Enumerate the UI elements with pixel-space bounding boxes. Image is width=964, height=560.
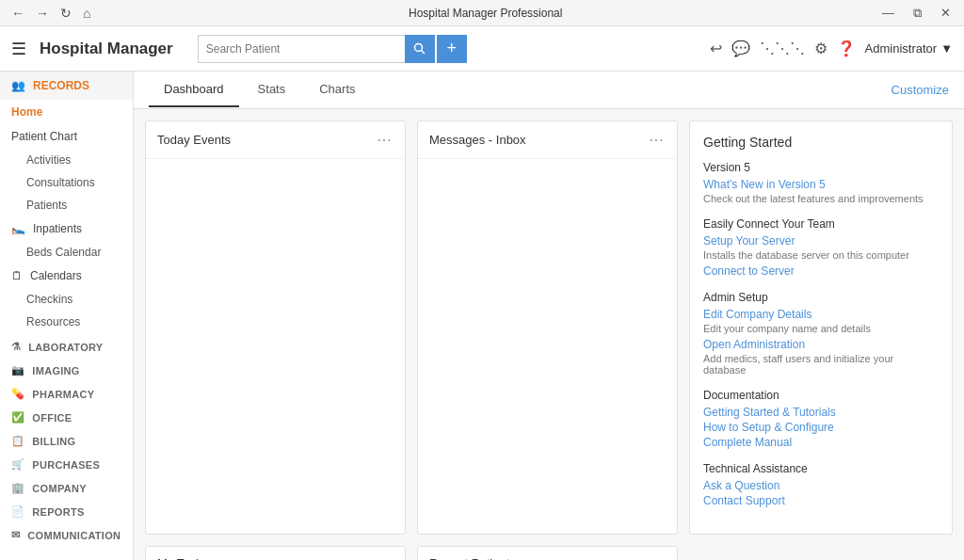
hamburger-menu[interactable]: ☰ (11, 39, 26, 59)
customize-link[interactable]: Customize (892, 83, 949, 97)
gs-open-admin-desc: Add medics, staff users and initialize y… (703, 353, 939, 376)
office-icon: ✅ (11, 411, 24, 424)
gs-connect-server-link[interactable]: Connect to Server (703, 264, 939, 278)
search-button[interactable] (405, 35, 435, 63)
sidebar-section-laboratory[interactable]: ⚗ LABORATORY (0, 333, 133, 357)
calendar-icon: 🗒 (11, 269, 23, 282)
pharmacy-label: PHARMACY (32, 389, 94, 400)
svg-line-1 (421, 50, 425, 54)
sidebar-section-imaging[interactable]: 📷 IMAGING (0, 357, 133, 380)
sidebar-section-billing[interactable]: 📋 BILLING (0, 427, 133, 451)
search-icon (413, 42, 426, 56)
today-events-card: Today Events ⋯ (145, 120, 406, 535)
laboratory-label: LABORATORY (28, 342, 103, 353)
gs-connect-section: Easily Connect Your Team Setup Your Serv… (703, 217, 939, 278)
tab-dashboard[interactable]: Dashboard (149, 72, 239, 107)
sidebar-item-resources[interactable]: Resources (0, 311, 133, 333)
gs-docs-section: Documentation Getting Started & Tutorial… (703, 389, 939, 449)
add-button[interactable]: + (437, 35, 467, 63)
tabs-bar: Dashboard Stats Charts Customize (134, 72, 964, 109)
app-body: 👥 RECORDS Home Patient Chart Activities … (0, 72, 964, 560)
reports-icon: 📄 (11, 505, 24, 518)
back-button[interactable]: ← (8, 4, 28, 23)
gs-contact-support-link[interactable]: Contact Support (703, 494, 939, 507)
sidebar-item-patients[interactable]: Patients (0, 194, 133, 216)
maximize-button[interactable]: ⧉ (908, 4, 927, 23)
sidebar-item-beds-calendar[interactable]: Beds Calendar (0, 241, 133, 264)
user-name: Administrator (865, 41, 938, 56)
home-label: Home (11, 105, 42, 119)
sidebar-item-patient-chart[interactable]: Patient Chart (0, 124, 133, 149)
today-events-menu[interactable]: ⋯ (377, 131, 394, 149)
billing-icon: 📋 (11, 435, 24, 447)
gs-setup-link[interactable]: How to Setup & Configure (703, 421, 939, 434)
billing-label: BILLING (32, 436, 75, 447)
sidebar-item-activities[interactable]: Activities (0, 149, 133, 171)
gs-manual-link[interactable]: Complete Manual (703, 436, 939, 449)
toolbar-right: ↩ 💬 ⋱⋱⋱ ⚙ ❓ Administrator ▼ (710, 40, 953, 57)
communication-icon: ✉ (11, 529, 20, 541)
sidebar-item-checkins[interactable]: Checkins (0, 288, 133, 311)
gs-open-admin-link[interactable]: Open Administration (703, 338, 939, 351)
tab-dashboard-label: Dashboard (164, 82, 224, 96)
today-events-header: Today Events ⋯ (146, 121, 405, 159)
gs-setup-server-link[interactable]: Setup Your Server (703, 234, 939, 248)
bottom-right-spacer (689, 546, 953, 560)
company-icon: 🏢 (11, 482, 24, 494)
refresh-button[interactable]: ↻ (56, 4, 75, 23)
reports-label: REPORTS (32, 506, 84, 518)
inpatients-label: Inpatients (33, 222, 82, 235)
messages-inbox-menu[interactable]: ⋯ (649, 131, 666, 149)
gs-support-section: Technical Assistance Ask a Question Cont… (703, 462, 939, 507)
getting-started-title: Getting Started (703, 135, 939, 150)
gs-connect-title: Easily Connect Your Team (703, 217, 939, 231)
apps-icon[interactable]: ⋱⋱⋱ (760, 40, 805, 57)
gs-setup-server-desc: Installs the database server on this com… (703, 249, 939, 261)
help-icon[interactable]: ❓ (837, 40, 856, 57)
office-label: OFFICE (32, 412, 72, 424)
recent-patients-title: Recent Patients (429, 556, 516, 560)
gs-tutorials-link[interactable]: Getting Started & Tutorials (703, 406, 939, 419)
imaging-label: IMAGING (32, 365, 79, 376)
app-title: Hospital Manager (40, 40, 173, 58)
sidebar-item-inpatients[interactable]: 🛌 Inpatients (0, 216, 133, 241)
tab-charts[interactable]: Charts (304, 72, 370, 107)
sidebar-section-pharmacy[interactable]: 💊 PHARMACY (0, 380, 133, 404)
purchases-label: PURCHASES (32, 459, 100, 471)
my-tasks-card: My Tasks Contact suppliers Write memo fo… (145, 546, 406, 560)
nav-buttons[interactable]: ← → ↻ ⌂ (8, 4, 94, 23)
sidebar-section-reports[interactable]: 📄 REPORTS (0, 498, 133, 521)
close-button[interactable]: ✕ (935, 4, 956, 23)
minimize-button[interactable]: — (876, 4, 900, 23)
gs-whats-new-link[interactable]: What's New in Version 5 (703, 178, 939, 191)
gs-docs-title: Documentation (703, 389, 939, 402)
title-bar: ← → ↻ ⌂ Hospital Manager Professional — … (0, 0, 964, 26)
sidebar-section-purchases[interactable]: 🛒 PURCHASES (0, 451, 133, 474)
sidebar-item-consultations[interactable]: Consultations (0, 171, 133, 194)
window-controls[interactable]: — ⧉ ✕ (876, 4, 956, 23)
gs-edit-company-link[interactable]: Edit Company Details (703, 308, 939, 321)
search-input[interactable] (198, 35, 405, 63)
recent-patients-header: Recent Patients (418, 547, 677, 560)
home-button[interactable]: ⌂ (79, 4, 94, 23)
sidebar-section-office[interactable]: ✅ OFFICE (0, 404, 133, 427)
sidebar-section-company[interactable]: 🏢 COMPANY (0, 474, 133, 498)
dashboard-bottom-row: My Tasks Contact suppliers Write memo fo… (134, 535, 964, 560)
chat-icon[interactable]: 💬 (731, 40, 750, 57)
user-menu[interactable]: Administrator ▼ (865, 41, 953, 56)
user-dropdown-icon[interactable]: ▼ (940, 41, 953, 56)
communication-label: COMMUNICATION (27, 530, 120, 541)
sidebar-item-home[interactable]: Home (0, 100, 133, 124)
company-label: COMPANY (32, 483, 87, 494)
dashboard-top-row: Today Events ⋯ Messages - Inbox ⋯ Gettin… (134, 109, 964, 535)
settings-icon[interactable]: ⚙ (814, 40, 827, 57)
sidebar-section-communication[interactable]: ✉ COMMUNICATION (0, 521, 133, 545)
undo-icon[interactable]: ↩ (710, 40, 722, 57)
main-content: Dashboard Stats Charts Customize Today E… (134, 72, 964, 560)
gs-edit-company-desc: Edit your company name and details (703, 323, 939, 334)
sidebar-item-calendars[interactable]: 🗒 Calendars (0, 264, 133, 288)
tab-stats[interactable]: Stats (243, 72, 301, 107)
lab-icon: ⚗ (11, 341, 21, 353)
forward-button[interactable]: → (32, 4, 53, 23)
gs-ask-question-link[interactable]: Ask a Question (703, 479, 939, 492)
